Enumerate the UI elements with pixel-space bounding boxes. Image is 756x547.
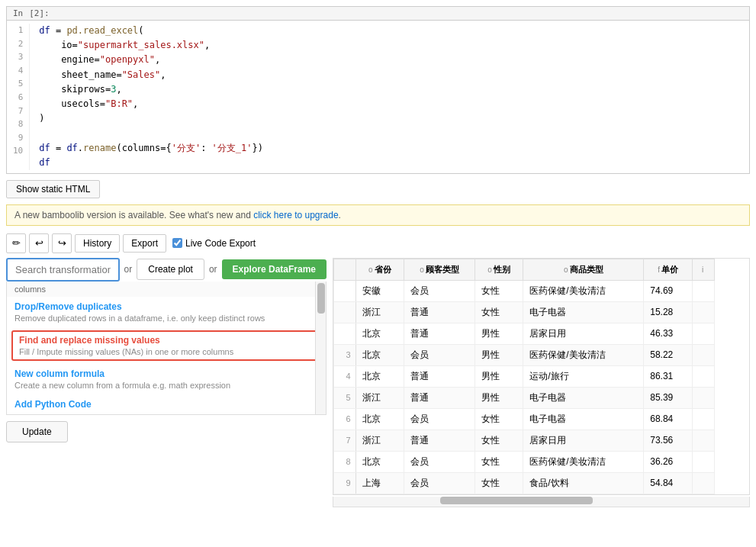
cell-customer-type: 会员 [404, 451, 475, 472]
search-wrapper [6, 258, 120, 282]
table-row: 8 北京 会员 女性 医药保健/美妆清洁 36.26 [334, 451, 715, 472]
cell-province: 北京 [355, 344, 404, 365]
cell-gender: 男性 [475, 344, 523, 365]
cell-province: 上海 [355, 472, 404, 494]
cell-unit-price: 15.28 [644, 301, 693, 323]
list-item[interactable]: Find and replace missing values Fill / I… [11, 330, 321, 361]
col-customer-type[interactable]: o顾客类型 [404, 259, 475, 280]
cell-gender: 男性 [475, 323, 523, 344]
explore-dataframe-button[interactable]: Explore DataFrame [222, 259, 327, 279]
cell-product-type: 居家日用 [523, 323, 644, 344]
cell-product-type: 医药保健/美妆清洁 [523, 344, 644, 365]
horizontal-scrollbar[interactable] [333, 497, 750, 507]
table-row: 7 浙江 普通 女性 居家日用 73.56 [334, 430, 715, 451]
search-input[interactable] [6, 258, 120, 282]
cell-gender: 女性 [475, 301, 523, 323]
table-row: 浙江 普通 女性 电子电器 15.28 [334, 301, 715, 323]
list-item[interactable]: Add Python Code [7, 394, 326, 414]
cell-unit-price: 54.84 [644, 472, 693, 494]
main-area: or Create plot or Explore DataFrame colu… [0, 258, 756, 513]
export-button[interactable]: Export [123, 234, 166, 253]
cell-unit-price: 58.22 [644, 344, 693, 365]
cell-unit-price: 73.56 [644, 430, 693, 451]
scrollbar-thumb [317, 283, 325, 314]
notification-text: A new bamboolib version is available. Se… [14, 210, 341, 220]
update-button[interactable]: Update [6, 421, 68, 442]
cell-customer-type: 会员 [404, 472, 475, 494]
cell-product-type: 医药保健/美妆清洁 [523, 451, 644, 472]
table-row: 9 上海 会员 女性 食品/饮料 54.84 [334, 472, 715, 494]
transform-panel: or Create plot or Explore DataFrame colu… [6, 258, 327, 507]
cell-customer-type: 会员 [404, 344, 475, 365]
transform-desc: Fill / Impute missing values (NAs) in on… [19, 347, 314, 356]
cell-gender: 女性 [475, 451, 523, 472]
row-number: 8 [334, 451, 356, 472]
cell-customer-type: 普通 [404, 430, 475, 451]
live-code-label: Live Code Export [172, 238, 256, 249]
transform-title: Add Python Code [14, 399, 318, 410]
cell-province: 北京 [355, 451, 404, 472]
cell-customer-type: 普通 [404, 323, 475, 344]
col-gender[interactable]: o性别 [475, 259, 523, 280]
table-row: 3 北京 会员 男性 医药保健/美妆清洁 58.22 [334, 344, 715, 365]
update-row: Update [6, 421, 327, 442]
or-label-2: or [209, 264, 217, 275]
table-row: 安徽 会员 女性 医药保健/美妆清洁 74.69 [334, 280, 715, 301]
cell-product-type: 居家日用 [523, 430, 644, 451]
cell-province: 北京 [355, 365, 404, 387]
table-container[interactable]: o省份 o顾客类型 o性别 o商品类型 f单价 i 安徽 会员 女性 医药保健/… [333, 258, 750, 495]
cell-extra [693, 365, 715, 387]
table-row: 北京 普通 男性 居家日用 46.33 [334, 323, 715, 344]
or-label-1: or [124, 264, 133, 275]
show-static-button[interactable]: Show static HTML [6, 180, 100, 198]
cell-gender: 女性 [475, 472, 523, 494]
row-number: 3 [334, 344, 356, 365]
upgrade-link[interactable]: click here to upgrade [253, 210, 338, 220]
cell-num: [2]: [29, 8, 50, 18]
table-row: 6 北京 会员 女性 电子电器 68.84 [334, 408, 715, 430]
cell-extra [693, 301, 715, 323]
pencil-button[interactable]: ✏ [6, 233, 26, 253]
cell-customer-type: 会员 [404, 280, 475, 301]
cell-gender: 男性 [475, 365, 523, 387]
cell-extra [693, 280, 715, 301]
transform-desc: Remove duplicated rows in a dataframe, i… [14, 314, 318, 323]
cell-product-type: 电子电器 [523, 301, 644, 323]
cell-product-type: 医药保健/美妆清洁 [523, 280, 644, 301]
table-row: 4 北京 普通 男性 运动/旅行 86.31 [334, 365, 715, 387]
cell-extra [693, 344, 715, 365]
list-item[interactable]: Drop/Remove duplicates Remove duplicated… [7, 297, 326, 327]
scrollbar-thumb [440, 497, 593, 504]
dropdown-scrollbar[interactable] [315, 282, 326, 414]
code-text: df = pd.read_excel( io="supermarkt_sales… [30, 24, 272, 170]
toolbar: ✏ ↩ ↪ History Export Live Code Export [0, 229, 756, 258]
row-number [334, 301, 356, 323]
history-button[interactable]: History [75, 234, 120, 253]
row-number: 4 [334, 365, 356, 387]
undo-button[interactable]: ↩ [29, 233, 49, 253]
data-table: o省份 o顾客类型 o性别 o商品类型 f单价 i 安徽 会员 女性 医药保健/… [333, 259, 715, 494]
create-plot-button[interactable]: Create plot [137, 259, 204, 280]
col-province[interactable]: o省份 [355, 259, 404, 280]
cell-unit-price: 86.31 [644, 365, 693, 387]
live-code-checkbox[interactable] [172, 238, 182, 248]
col-index [334, 259, 356, 280]
list-item[interactable]: New column formula Create a new column f… [7, 364, 326, 394]
cell-product-type: 电子电器 [523, 408, 644, 430]
code-content: 12345678910 df = pd.read_excel( io="supe… [7, 21, 749, 173]
row-number [334, 280, 356, 301]
cell-province: 北京 [355, 408, 404, 430]
cell-unit-price: 36.26 [644, 451, 693, 472]
cell-extra [693, 323, 715, 344]
cell-extra [693, 472, 715, 494]
row-number [334, 323, 356, 344]
line-numbers: 12345678910 [7, 24, 30, 170]
col-unit-price[interactable]: f单价 [644, 259, 693, 280]
col-product-type[interactable]: o商品类型 [523, 259, 644, 280]
cell-gender: 男性 [475, 387, 523, 408]
table-header-row: o省份 o顾客类型 o性别 o商品类型 f单价 i [334, 259, 715, 280]
cell-province: 浙江 [355, 430, 404, 451]
cell-product-type: 食品/饮料 [523, 472, 644, 494]
redo-button[interactable]: ↪ [52, 233, 72, 253]
row-number: 6 [334, 408, 356, 430]
